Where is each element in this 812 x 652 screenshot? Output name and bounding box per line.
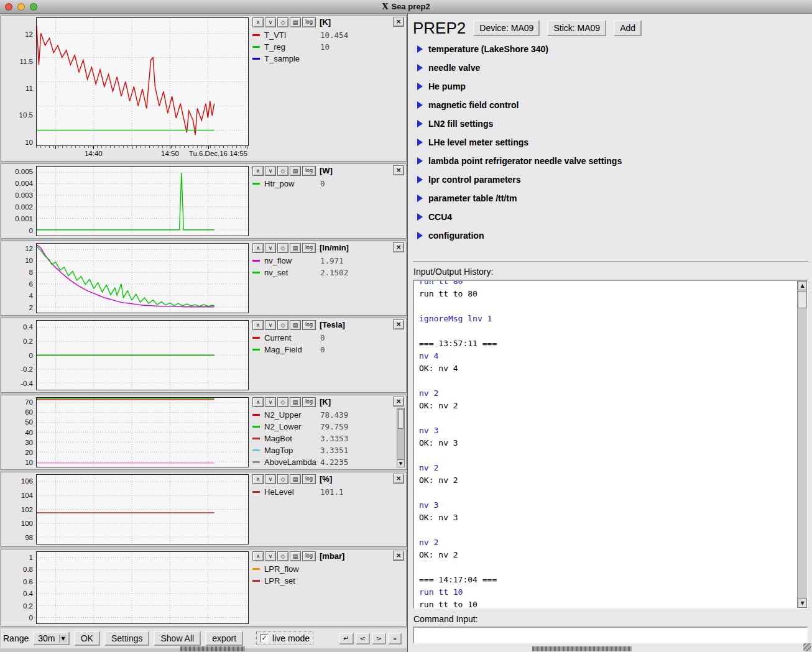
tree-item-ln2-fill-settings[interactable]: LN2 fill settings <box>413 114 808 133</box>
live-mode-checkbox[interactable]: ✓ <box>260 634 269 643</box>
scale-up-button[interactable]: ∧ <box>252 397 264 407</box>
minimize-window-button[interactable] <box>17 3 25 11</box>
autoscale-button[interactable]: ◇ <box>277 474 288 484</box>
legend-row[interactable]: T_reg10 <box>252 41 404 53</box>
zoom-window-button[interactable] <box>30 3 37 11</box>
device-button[interactable]: Device: MA09 <box>473 20 540 36</box>
scale-down-button[interactable]: ∨ <box>265 320 276 330</box>
io-history-console[interactable]: run tt 80run tt to 80 ignoreMsg lnv 1 ==… <box>413 280 808 609</box>
resize-grip[interactable] <box>803 643 811 651</box>
close-chart-button[interactable]: × <box>393 242 404 252</box>
tree-item-lhe-level-meter-settings[interactable]: LHe level meter settings <box>413 133 808 152</box>
expand-triangle-icon[interactable] <box>417 213 423 221</box>
expand-triangle-icon[interactable] <box>417 232 423 239</box>
plot-area[interactable] <box>36 166 249 236</box>
options-button[interactable]: ▤ <box>290 397 301 407</box>
expand-triangle-icon[interactable] <box>417 101 423 109</box>
add-button[interactable]: Add <box>614 20 642 36</box>
ok-button[interactable]: OK <box>74 631 100 646</box>
legend-row[interactable]: nv_flow1.971 <box>252 255 404 267</box>
legend-scroll-down-icon[interactable]: ▼ <box>397 459 404 467</box>
expand-triangle-icon[interactable] <box>417 120 423 127</box>
scale-up-button[interactable]: ∧ <box>252 17 264 27</box>
tree-item-ccu4[interactable]: CCU4 <box>413 208 808 226</box>
live-mode-toggle[interactable]: ✓ live mode <box>256 631 313 645</box>
plot-area[interactable] <box>36 17 249 146</box>
tree-item-lpr-control-parameters[interactable]: lpr control parameters <box>413 170 808 189</box>
log-button[interactable]: log <box>302 397 316 407</box>
scale-down-button[interactable]: ∨ <box>265 551 276 561</box>
console-scrollbar-thumb[interactable] <box>798 291 807 308</box>
log-button[interactable]: log <box>302 320 316 330</box>
expand-triangle-icon[interactable] <box>417 64 423 71</box>
legend-scrollbar-thumb[interactable] <box>398 409 404 429</box>
options-button[interactable]: ▤ <box>290 17 301 27</box>
legend-row[interactable]: Htr_pow0 <box>252 178 404 190</box>
log-button[interactable]: log <box>302 17 316 27</box>
legend-row[interactable]: LPR_set <box>252 575 404 587</box>
scale-up-button[interactable]: ∧ <box>252 166 264 176</box>
tree-item-he-pump[interactable]: He pump <box>413 77 808 96</box>
autoscale-button[interactable]: ◇ <box>277 397 288 407</box>
options-button[interactable]: ▤ <box>290 474 301 484</box>
legend-row[interactable]: HeLevel101.1 <box>252 486 404 498</box>
autoscale-button[interactable]: ◇ <box>277 166 288 176</box>
tree-item-magnetic-field-control[interactable]: magnetic field control <box>413 96 808 114</box>
title-bar[interactable]: XSea prep2 <box>0 0 812 14</box>
legend-row[interactable]: AboveLambda4.2235 <box>252 456 404 468</box>
plot-area[interactable] <box>36 551 249 624</box>
plot-area[interactable] <box>36 243 249 313</box>
scale-down-button[interactable]: ∨ <box>265 243 276 253</box>
expand-triangle-icon[interactable] <box>417 83 423 90</box>
plot-area[interactable] <box>36 320 249 390</box>
tree-item-needle-valve[interactable]: needle valve <box>413 58 808 77</box>
scale-up-button[interactable]: ∧ <box>252 320 264 330</box>
close-chart-button[interactable]: × <box>393 165 404 175</box>
log-button[interactable]: log <box>302 551 316 561</box>
autoscale-button[interactable]: ◇ <box>277 243 288 253</box>
pan-left-button[interactable]: < <box>356 633 370 645</box>
scale-up-button[interactable]: ∧ <box>252 243 264 253</box>
legend-row[interactable]: N2_Upper78.439 <box>252 409 404 421</box>
expand-triangle-icon[interactable] <box>417 157 423 165</box>
autoscale-button[interactable]: ◇ <box>277 320 288 330</box>
legend-row[interactable]: T_sample <box>252 53 404 65</box>
plot-area[interactable] <box>36 397 249 467</box>
legend-row[interactable]: MagTop3.3351 <box>252 444 404 456</box>
scale-down-button[interactable]: ∨ <box>265 397 276 407</box>
plot-area[interactable] <box>36 474 249 544</box>
options-button[interactable]: ▤ <box>290 320 301 330</box>
expand-triangle-icon[interactable] <box>417 195 423 202</box>
scale-down-button[interactable]: ∨ <box>265 17 276 27</box>
expand-triangle-icon[interactable] <box>417 139 423 146</box>
scroll-up-icon[interactable]: ▲ <box>798 281 807 290</box>
tree-item-temperature-lakeshore-340[interactable]: temperature (LakeShore 340) <box>413 40 808 58</box>
undo-zoom-button[interactable]: ↵ <box>339 633 353 645</box>
close-chart-button[interactable]: × <box>393 474 404 484</box>
autoscale-button[interactable]: ◇ <box>277 551 288 561</box>
stick-button[interactable]: Stick: MA09 <box>547 20 606 36</box>
tree-item-parameter-table-tt-tm[interactable]: parameter table /tt/tm <box>413 189 808 208</box>
legend-row[interactable]: Mag_Field0 <box>252 344 404 356</box>
legend-row[interactable]: T_VTI10.454 <box>252 29 404 41</box>
scale-down-button[interactable]: ∨ <box>265 166 276 176</box>
legend-row[interactable]: N2_Lower79.759 <box>252 421 404 433</box>
legend-row[interactable]: nv_set2.1502 <box>252 267 404 278</box>
settings-button[interactable]: Settings <box>104 631 150 646</box>
tree-item-lambda-point-refrigerator-needle-valve-settings[interactable]: lambda point refrigerator needle valve s… <box>413 152 808 170</box>
log-button[interactable]: log <box>302 166 316 176</box>
scale-down-button[interactable]: ∨ <box>265 474 276 484</box>
options-button[interactable]: ▤ <box>290 551 301 561</box>
jump-to-end-button[interactable]: » <box>388 633 402 645</box>
close-chart-button[interactable]: × <box>393 551 404 561</box>
legend-row[interactable]: Current0 <box>252 332 404 344</box>
autoscale-button[interactable]: ◇ <box>277 17 288 27</box>
legend-scrollbar[interactable]: ▼ <box>397 408 405 467</box>
log-button[interactable]: log <box>302 474 316 484</box>
expand-triangle-icon[interactable] <box>417 45 423 53</box>
close-chart-button[interactable]: × <box>393 319 404 329</box>
close-chart-button[interactable]: × <box>393 17 404 27</box>
scroll-down-icon[interactable]: ▼ <box>798 599 807 608</box>
expand-triangle-icon[interactable] <box>417 176 423 183</box>
command-input[interactable] <box>413 627 808 644</box>
